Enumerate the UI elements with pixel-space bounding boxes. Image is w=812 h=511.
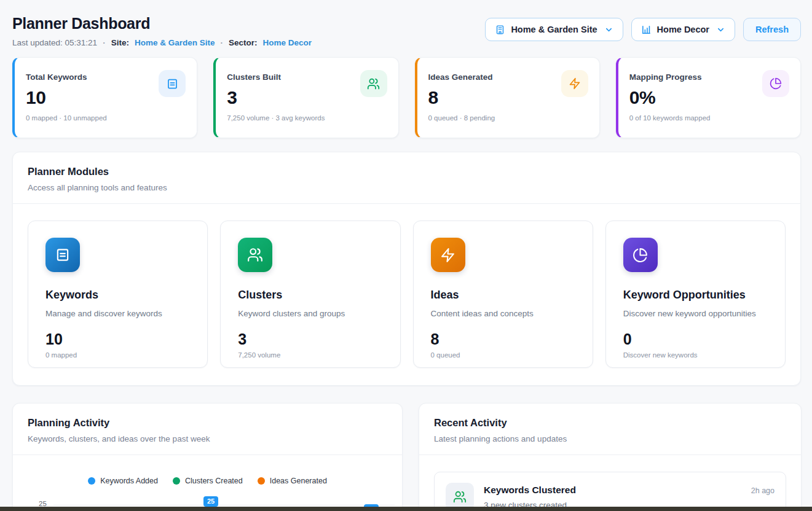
planning-activity-panel: Planning Activity Keywords, clusters, an… xyxy=(12,403,403,511)
data-point-label: 25 xyxy=(203,496,218,507)
site-selector-value: Home & Garden Site xyxy=(511,25,597,34)
activity-list-item: Keywords Clustered 2h ago 3 new clusters… xyxy=(434,472,786,511)
planning-activity-header: Planning Activity Keywords, clusters, an… xyxy=(13,404,402,454)
bottom-row: Planning Activity Keywords, clusters, an… xyxy=(12,403,801,511)
pie-chart-icon xyxy=(762,70,789,97)
window-bottom-edge xyxy=(0,507,812,511)
meta-separator: · xyxy=(220,38,223,47)
module-title: Keywords xyxy=(45,289,190,302)
stat-card-ideas-generated: Ideas Generated 8 0 queued · 8 pending xyxy=(415,57,600,138)
sector-selector-dropdown[interactable]: Home Decor xyxy=(631,18,735,41)
activity-item-content: Keywords Clustered 2h ago 3 new clusters… xyxy=(484,483,775,510)
topbar-actions: Home & Garden Site Home Decor Refresh xyxy=(485,18,801,41)
sector-link[interactable]: Home Decor xyxy=(262,38,312,47)
activity-item-title: Keywords Clustered xyxy=(484,485,576,496)
module-description: Keyword clusters and groups xyxy=(238,309,382,318)
document-icon xyxy=(159,70,186,97)
topbar: Planner Dashboard Last updated: 05:31:21… xyxy=(12,6,801,47)
users-icon xyxy=(360,70,387,97)
activity-item-timestamp: 2h ago xyxy=(751,486,775,495)
modules-panel-subtitle: Access all planning tools and features xyxy=(28,183,786,192)
stat-card-mapping-progress: Mapping Progress 0% 0 of 10 keywords map… xyxy=(616,57,801,138)
divider xyxy=(419,454,801,455)
stat-card-clusters-built: Clusters Built 3 7,250 volume · 3 avg ke… xyxy=(213,57,398,138)
site-label: Site: xyxy=(111,38,129,47)
recent-activity-header: Recent Activity Latest planning actions … xyxy=(419,404,801,454)
zap-icon xyxy=(431,238,465,272)
module-card-clusters[interactable]: Clusters Keyword clusters and groups 3 7… xyxy=(220,220,400,368)
module-title: Clusters xyxy=(238,289,382,302)
meta-separator: · xyxy=(103,38,106,47)
planner-dashboard-screen: Planner Dashboard Last updated: 05:31:21… xyxy=(0,0,812,511)
page-meta: Last updated: 05:31:21 · Site: Home & Ga… xyxy=(12,38,312,47)
recent-activity-subtitle: Latest planning actions and updates xyxy=(434,434,786,443)
stat-subtext: 0 mapped · 10 unmapped xyxy=(26,114,186,122)
module-value: 8 xyxy=(431,330,575,348)
pie-chart-icon xyxy=(623,238,658,272)
site-link[interactable]: Home & Garden Site xyxy=(135,38,215,47)
users-icon xyxy=(238,238,272,272)
module-value: 3 xyxy=(238,330,382,348)
recent-activity-panel: Recent Activity Latest planning actions … xyxy=(419,403,802,511)
module-subtext: Discover new keywords xyxy=(623,351,768,359)
stat-card-total-keywords: Total Keywords 10 0 mapped · 10 unmapped xyxy=(12,57,197,138)
module-description: Manage and discover keywords xyxy=(45,309,190,318)
planning-activity-title: Planning Activity xyxy=(28,417,387,429)
sector-label: Sector: xyxy=(229,38,258,47)
modules-panel-title: Planner Modules xyxy=(28,166,786,177)
document-icon xyxy=(45,238,80,272)
modules-grid: Keywords Manage and discover keywords 10… xyxy=(13,204,800,385)
chevron-down-icon xyxy=(604,25,613,34)
module-card-keywords[interactable]: Keywords Manage and discover keywords 10… xyxy=(28,220,208,368)
modules-panel-header: Planner Modules Access all planning tool… xyxy=(13,152,800,203)
planning-activity-subtitle: Keywords, clusters, and ideas over the p… xyxy=(28,434,387,443)
module-card-keyword-opportunities[interactable]: Keyword Opportunities Discover new keywo… xyxy=(605,220,786,368)
page-title: Planner Dashboard xyxy=(12,15,312,33)
building-icon xyxy=(495,25,505,35)
module-subtext: 7,250 volume xyxy=(238,351,382,359)
refresh-button[interactable]: Refresh xyxy=(743,18,801,41)
chevron-down-icon xyxy=(716,25,725,34)
site-selector-dropdown[interactable]: Home & Garden Site xyxy=(485,18,623,41)
module-card-ideas[interactable]: Ideas Content ideas and concepts 8 0 que… xyxy=(413,220,593,368)
stat-subtext: 7,250 volume · 3 avg keywords xyxy=(227,114,387,122)
module-value: 0 xyxy=(623,330,768,348)
activity-chart: Keywords Added Clusters Created Ideas Ge… xyxy=(13,455,402,511)
recent-activity-title: Recent Activity xyxy=(434,417,786,429)
module-description: Discover new keyword opportunities xyxy=(623,309,768,318)
module-title: Ideas xyxy=(431,289,575,302)
module-subtext: 0 queued xyxy=(431,351,575,359)
module-subtext: 0 mapped xyxy=(45,351,190,359)
module-title: Keyword Opportunities xyxy=(623,289,768,302)
bar-chart-icon xyxy=(641,25,652,35)
module-description: Content ideas and concepts xyxy=(431,309,575,318)
stat-subtext: 0 queued · 8 pending xyxy=(428,114,588,122)
stat-subtext: 0 of 10 keywords mapped xyxy=(629,114,789,122)
stats-row: Total Keywords 10 0 mapped · 10 unmapped… xyxy=(12,57,801,138)
topbar-left: Planner Dashboard Last updated: 05:31:21… xyxy=(12,6,312,47)
module-value: 10 xyxy=(45,330,190,348)
sector-selector-value: Home Decor xyxy=(657,25,709,34)
planner-modules-panel: Planner Modules Access all planning tool… xyxy=(12,152,801,386)
last-updated-text: Last updated: 05:31:21 xyxy=(12,38,97,47)
zap-icon xyxy=(561,70,588,97)
